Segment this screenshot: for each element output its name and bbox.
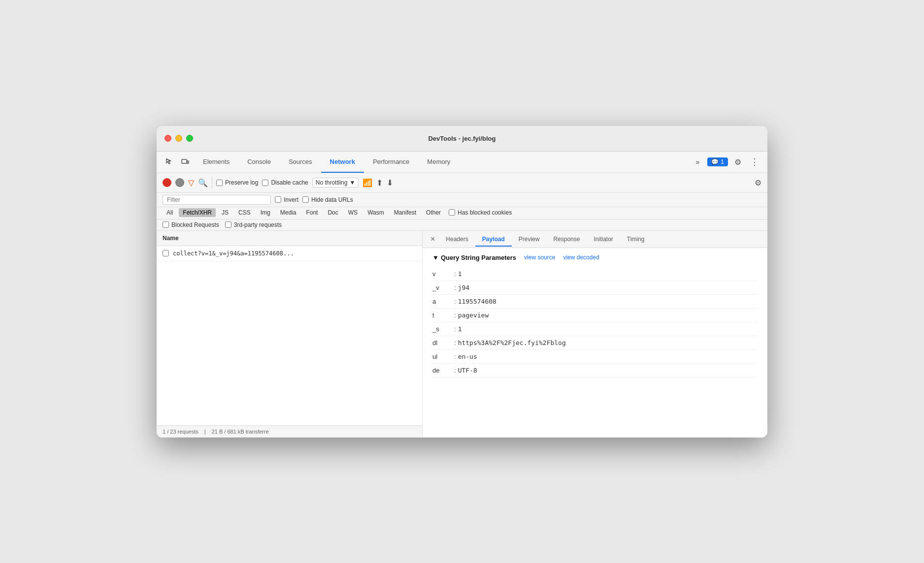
upload-icon[interactable]: ⬆: [376, 178, 383, 188]
requests-count: 1 / 23 requests: [163, 429, 198, 435]
toolbar-right: » 💬 1 ⚙ ⋮: [691, 155, 761, 169]
dtab-payload[interactable]: Payload: [475, 232, 512, 247]
detail-tab-bar: × Headers Payload Preview Response Initi…: [423, 231, 767, 248]
filter-chips: All Fetch/XHR JS CSS Img Media Font Doc …: [163, 208, 445, 217]
row-checkbox[interactable]: [163, 250, 169, 256]
main-tab-bar: Elements Console Sources Network Perform…: [157, 152, 767, 173]
param-row-_s: _s : 1: [432, 322, 758, 336]
close-detail-button[interactable]: ×: [427, 231, 439, 248]
third-party-checkbox[interactable]: [225, 221, 231, 228]
dtab-preview[interactable]: Preview: [512, 232, 547, 247]
inspect-icon[interactable]: [163, 155, 176, 169]
tab-console[interactable]: Console: [238, 151, 280, 173]
chip-font[interactable]: Font: [302, 208, 322, 217]
preserve-log-checkbox[interactable]: [216, 180, 223, 186]
filter-chips-bar: All Fetch/XHR JS CSS Img Media Font Doc …: [157, 207, 767, 219]
request-name: collect?v=1&_v=j94&a=1195574608...: [173, 250, 294, 257]
wifi-icon[interactable]: 📶: [363, 178, 372, 188]
param-row-_v: _v : j94: [432, 281, 758, 295]
hide-data-urls-checkbox[interactable]: [302, 196, 309, 203]
tab-performance[interactable]: Performance: [364, 151, 418, 173]
tab-network[interactable]: Network: [321, 151, 364, 173]
param-row-dl: dl : https%3A%2F%2Fjec.fyi%2Fblog: [432, 336, 758, 350]
main-content: Name collect?v=1&_v=j94&a=1195574608... …: [157, 231, 767, 438]
disable-cache-checkbox[interactable]: [262, 180, 268, 186]
chip-doc[interactable]: Doc: [324, 208, 342, 217]
chip-manifest[interactable]: Manifest: [390, 208, 420, 217]
param-row-t: t : pageview: [432, 309, 758, 322]
chip-ws[interactable]: WS: [344, 208, 362, 217]
view-source-link[interactable]: view source: [524, 254, 555, 261]
chip-fetch-xhr[interactable]: Fetch/XHR: [179, 208, 216, 217]
detail-panel: × Headers Payload Preview Response Initi…: [423, 231, 767, 438]
chip-all[interactable]: All: [163, 208, 177, 217]
empty-area: [157, 261, 422, 425]
divider: [212, 177, 212, 188]
hide-data-urls-label[interactable]: Hide data URLs: [302, 196, 353, 203]
dtab-timing[interactable]: Timing: [620, 232, 652, 247]
tab-sources[interactable]: Sources: [280, 151, 321, 173]
qs-header: ▼ Query String Parameters view source vi…: [432, 254, 758, 261]
status-bar: 1 / 23 requests | 21 B / 681 kB transfer…: [157, 425, 422, 438]
param-row-ul: ul : en-us: [432, 350, 758, 364]
name-column-header: Name: [157, 231, 422, 246]
filter-input-wrap[interactable]: [163, 195, 271, 205]
throttle-select[interactable]: No throttling ▼: [312, 178, 359, 188]
dtab-response[interactable]: Response: [546, 232, 587, 247]
chip-img[interactable]: Img: [257, 208, 274, 217]
svg-rect-1: [187, 161, 189, 163]
table-row[interactable]: collect?v=1&_v=j94&a=1195574608...: [157, 246, 422, 261]
param-row-v: v : 1: [432, 267, 758, 281]
clear-button[interactable]: [175, 178, 184, 187]
disable-cache-label[interactable]: Disable cache: [262, 179, 308, 186]
payload-content: ▼ Query String Parameters view source vi…: [423, 248, 767, 383]
network-toolbar: ▽ 🔍 Preserve log Disable cache No thrott…: [157, 173, 767, 193]
has-blocked-cookies-label[interactable]: Has blocked cookies: [449, 209, 512, 216]
chip-media[interactable]: Media: [276, 208, 300, 217]
record-button[interactable]: [163, 178, 171, 187]
tab-memory[interactable]: Memory: [418, 151, 459, 173]
requests-panel: Name collect?v=1&_v=j94&a=1195574608... …: [157, 231, 423, 438]
maximize-button[interactable]: [186, 135, 193, 142]
device-toggle-icon[interactable]: [178, 155, 192, 169]
payload-scroll[interactable]: ▼ Query String Parameters view source vi…: [423, 248, 767, 438]
chip-wasm[interactable]: Wasm: [363, 208, 388, 217]
view-decoded-link[interactable]: view decoded: [563, 254, 599, 261]
dtab-headers[interactable]: Headers: [439, 232, 475, 247]
close-button[interactable]: [165, 135, 171, 142]
transferred-size: 21 B / 681 kB transferre: [212, 429, 269, 435]
filter-bar: Invert Hide data URLs: [157, 193, 767, 207]
more-options-icon[interactable]: ⋮: [748, 155, 761, 169]
tab-bar: Elements Console Sources Network Perform…: [194, 152, 459, 173]
titlebar: DevTools - jec.fyi/blog: [157, 126, 767, 152]
minimize-button[interactable]: [175, 135, 182, 142]
tab-elements[interactable]: Elements: [194, 151, 238, 173]
invert-label[interactable]: Invert: [275, 196, 298, 203]
param-row-de: de : UTF-8: [432, 364, 758, 377]
blocked-requests-label[interactable]: Blocked Requests: [163, 221, 219, 228]
filter-input[interactable]: [167, 196, 266, 203]
dtab-initiator[interactable]: Initiator: [587, 232, 620, 247]
invert-checkbox[interactable]: [275, 196, 281, 203]
network-settings-icon[interactable]: ⚙: [755, 178, 761, 188]
more-tabs-icon[interactable]: »: [691, 155, 704, 169]
filter-icon[interactable]: ▽: [188, 178, 194, 188]
chip-css[interactable]: CSS: [234, 208, 255, 217]
settings-icon[interactable]: ⚙: [731, 155, 745, 169]
preserve-log-label[interactable]: Preserve log: [216, 179, 258, 186]
chip-other[interactable]: Other: [422, 208, 445, 217]
third-party-label[interactable]: 3rd-party requests: [225, 221, 282, 228]
search-icon[interactable]: 🔍: [198, 178, 208, 188]
param-row-a: a : 1195574608: [432, 295, 758, 309]
blocked-requests-bar: Blocked Requests 3rd-party requests: [157, 219, 767, 231]
has-blocked-cookies-checkbox[interactable]: [449, 209, 455, 216]
qs-title: ▼ Query String Parameters: [432, 254, 516, 261]
chip-js[interactable]: JS: [218, 208, 232, 217]
divider-text: |: [204, 429, 206, 435]
traffic-lights: [165, 135, 193, 142]
download-icon[interactable]: ⬇: [387, 178, 393, 188]
blocked-requests-checkbox[interactable]: [163, 221, 169, 228]
svg-rect-0: [182, 159, 187, 163]
window-title: DevTools - jec.fyi/blog: [428, 135, 495, 142]
chat-badge[interactable]: 💬 1: [707, 157, 728, 166]
